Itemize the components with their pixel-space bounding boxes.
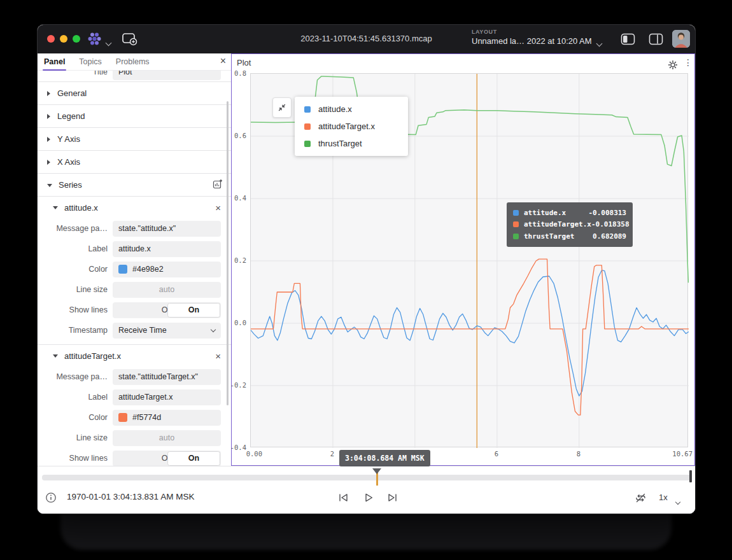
message-path-input[interactable]: state."attitude.x" [113, 221, 221, 237]
section-series[interactable]: Series [38, 174, 231, 197]
series-editor-attitude-x: attitude.x × Message pa…state."attitude.… [38, 197, 231, 345]
tooltip-row: thrustTarget0.682089 [513, 230, 626, 242]
label-input[interactable]: attitude.x [113, 241, 221, 257]
show-lines-on-button[interactable]: On [167, 303, 220, 318]
series-editor-attitude-target-x: attitudeTarget.x × Message pa…state."att… [38, 345, 231, 466]
right-sidebar-toggle-button[interactable] [649, 33, 663, 48]
user-avatar[interactable] [672, 30, 690, 48]
series-editor-header[interactable]: attitudeTarget.x × [38, 345, 231, 367]
chevron-right-icon [47, 160, 50, 165]
color-swatch[interactable] [118, 413, 127, 422]
section-general[interactable]: General [38, 82, 231, 105]
chart[interactable]: attitude.xattitudeTarget.xthrustTarget a… [250, 73, 688, 447]
remove-series-button[interactable]: × [215, 202, 221, 213]
chevron-right-icon [47, 114, 50, 119]
repeat-off-icon[interactable] [634, 491, 647, 504]
tooltip-series-name: attitudeTarget.x [524, 220, 591, 228]
tooltip-swatch [513, 221, 519, 227]
label-input[interactable]: attitudeTarget.x [113, 389, 221, 405]
tooltip-swatch [513, 234, 519, 239]
title-input[interactable]: Plot [113, 71, 221, 80]
legend-swatch [304, 123, 311, 130]
label-label: Label [38, 244, 113, 253]
plot-panel-title: Plot [237, 58, 251, 67]
color-input[interactable]: #4e98e2 [113, 262, 221, 277]
panel-menu-kebab-icon[interactable]: ⋮ [684, 57, 693, 67]
add-series-button[interactable] [213, 179, 223, 191]
legend-item[interactable]: attitudeTarget.x [295, 118, 408, 135]
speed-chevron-down-icon[interactable] [676, 495, 680, 507]
legend-item[interactable]: thrustTarget [295, 135, 408, 152]
tooltip-row: attitude.x-0.008313 [513, 207, 626, 219]
label-label: Label [38, 393, 113, 402]
titlebar: 2023-11-10T04:51:45.631370.mcap LAYOUT U… [38, 25, 695, 53]
chevron-right-icon [47, 91, 50, 96]
close-sidebar-button[interactable]: × [220, 55, 226, 67]
timestamp-select[interactable]: Receive Time [113, 323, 221, 339]
color-swatch[interactable] [118, 265, 127, 274]
line-size-input[interactable]: auto [113, 430, 221, 446]
section-legend[interactable]: Legend [38, 105, 231, 128]
chevron-right-icon [47, 137, 50, 142]
message-path-label: Message pa… [38, 224, 113, 233]
y-tick-label: -0.4 [230, 444, 246, 451]
legend-item[interactable]: attitude.x [295, 101, 408, 118]
tab-topics[interactable]: Topics [79, 57, 101, 66]
message-path-input[interactable]: state."attitudeTarget.x" [113, 369, 221, 385]
seek-end-button[interactable] [386, 491, 398, 504]
legend-collapse-button[interactable] [272, 97, 292, 118]
window-shadow [60, 513, 672, 550]
tab-panel[interactable]: Panel [44, 57, 65, 66]
timeline-hover-handle[interactable] [376, 472, 378, 486]
left-sidebar-toggle-button[interactable] [621, 33, 635, 48]
legend-label: thrustTarget [318, 139, 362, 148]
section-x-axis[interactable]: X Axis [38, 151, 231, 174]
y-axis-labels: 0.80.60.40.20.0-0.2-0.4 [232, 73, 248, 447]
play-button[interactable] [362, 491, 375, 504]
seek-start-button[interactable] [337, 491, 349, 504]
plot-panel[interactable]: Plot ⋮ 0.80.60.40.20.0-0.2-0.4 attitude.… [231, 53, 695, 466]
settings-sidebar: Panel Topics Problems × Title Plot Gener… [38, 53, 231, 466]
playback-speed-label[interactable]: 1x [659, 493, 668, 502]
scrub-hover-tooltip: 3:04:08.684 AM MSK [339, 450, 430, 466]
sidebar-scroll-area[interactable]: Title Plot General Legend Y Axis X Axis … [38, 71, 231, 466]
legend-swatch [304, 141, 311, 147]
tooltip-series-name: thrustTarget [524, 232, 574, 241]
show-lines-toggle: Off On [113, 451, 221, 466]
legend-swatch [304, 106, 311, 113]
layout-label: LAYOUT [472, 29, 599, 35]
x-tick-label: 6 [495, 450, 498, 458]
color-input[interactable]: #f5774d [113, 410, 221, 426]
title-field-label: Title [38, 71, 113, 76]
chevron-down-icon [53, 354, 58, 358]
color-label: Color [38, 413, 113, 422]
layout-chevron-down-icon[interactable] [597, 37, 602, 48]
y-tick-label: 0.4 [234, 194, 246, 202]
y-tick-label: 0.2 [234, 256, 246, 264]
panel-settings-gear-icon[interactable] [668, 60, 678, 73]
section-y-axis[interactable]: Y Axis [38, 128, 231, 151]
playhead-end-marker[interactable] [689, 470, 692, 482]
sidebar-tabbar: Panel Topics Problems × [38, 53, 231, 71]
timeline-track[interactable] [42, 475, 691, 480]
scrub-tooltip-caret [372, 468, 381, 474]
series-editor-header[interactable]: attitude.x × [38, 197, 231, 218]
remove-series-button[interactable]: × [215, 351, 221, 361]
series-line-attitude.x [251, 270, 689, 396]
tab-problems[interactable]: Problems [116, 57, 150, 66]
info-icon[interactable] [45, 491, 57, 504]
layout-name-button[interactable]: Unnamed la… 2022 at 10:20 AM [472, 36, 599, 46]
plot-legend: attitude.xattitudeTarget.xthrustTarget [295, 97, 408, 156]
line-size-input[interactable]: auto [113, 282, 221, 298]
show-lines-toggle: Off On [113, 302, 221, 318]
x-axis-labels: 0.00246810.67 [250, 450, 689, 459]
sidebar-scrollbar[interactable] [227, 101, 229, 405]
series-line-attitudeTarget.x [251, 259, 689, 415]
line-size-label: Line size [38, 433, 113, 442]
message-path-label: Message pa… [38, 372, 113, 381]
app-window: 2023-11-10T04:51:45.631370.mcap LAYOUT U… [37, 24, 696, 514]
show-lines-on-button[interactable]: On [167, 451, 220, 466]
x-tick-label: 8 [577, 450, 581, 458]
legend-label: attitude.x [318, 104, 352, 114]
show-lines-label: Show lines [38, 305, 113, 314]
